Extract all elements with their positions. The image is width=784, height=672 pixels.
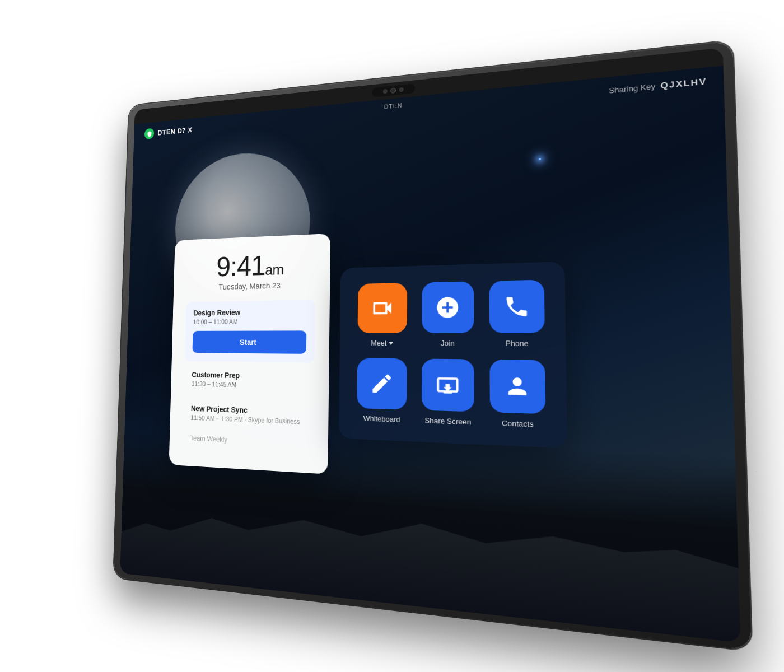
- app-item-whiteboard[interactable]: Whiteboard: [354, 358, 409, 424]
- start-button[interactable]: Start: [192, 330, 306, 353]
- join-label: Join: [441, 339, 455, 347]
- main-content: 9:41am Tuesday, March 23 Design Review 1…: [166, 106, 696, 618]
- clock-digits: 9:41: [216, 249, 265, 282]
- event-item-customer-prep: Customer Prep 11:30 – 11:45 AM: [184, 363, 314, 398]
- event-item-new-project-sync: New Project Sync 11:50 AM – 1:30 PM · Sk…: [183, 396, 314, 433]
- event-title-customer-prep: Customer Prep: [192, 371, 306, 381]
- app-grid-panel: Meet Join: [339, 262, 567, 449]
- camera-dot-right: [399, 87, 404, 92]
- event-time-design-review: 10:00 – 11:00 AM: [193, 318, 307, 325]
- event-title-design-review: Design Review: [193, 307, 307, 317]
- screen: DTEN D7 X Sharing Key QJXLHV 9:41am: [120, 66, 740, 642]
- meet-dropdown-icon: [389, 342, 393, 344]
- app-item-share-screen[interactable]: Share Screen: [419, 359, 478, 427]
- whiteboard-label: Whiteboard: [363, 414, 400, 423]
- brand-name: DTEN D7 X: [157, 126, 192, 137]
- meet-icon-bg: [358, 283, 408, 333]
- shield-icon: [144, 128, 155, 140]
- clock-ampm: am: [265, 262, 283, 278]
- meet-label: Meet: [371, 339, 393, 347]
- app-item-contacts[interactable]: Contacts: [487, 360, 549, 430]
- device-outer: DTEN D7 X Sharing Key QJXLHV 9:41am: [114, 40, 752, 650]
- sharing-key-value: QJXLHV: [660, 76, 707, 90]
- event-item-design-review: Design Review 10:00 – 11:00 AM Start: [185, 300, 315, 362]
- plus-circle-icon: [435, 295, 461, 320]
- contacts-icon: [503, 373, 531, 400]
- sharing-key-label: Sharing Key: [609, 82, 655, 95]
- device-wrapper: DTEN D7 X Sharing Key QJXLHV 9:41am: [84, 70, 700, 602]
- app-item-meet[interactable]: Meet: [355, 283, 410, 347]
- event-time-customer-prep: 11:30 – 11:45 AM: [192, 380, 306, 390]
- phone-label: Phone: [506, 339, 529, 348]
- device-bezel: DTEN D7 X Sharing Key QJXLHV 9:41am: [120, 48, 740, 642]
- sharing-key: Sharing Key QJXLHV: [609, 76, 707, 95]
- video-camera-icon: [370, 296, 394, 320]
- contacts-label: Contacts: [502, 419, 534, 429]
- share-screen-icon-bg: [422, 359, 474, 412]
- camera-dot-left: [383, 89, 388, 94]
- camera-lens-main: [390, 87, 396, 93]
- app-grid: Meet Join: [354, 279, 549, 429]
- camera-lens: [372, 83, 415, 97]
- event-item-team-weekly: Team Weekly: [183, 431, 314, 451]
- clock-section: 9:41am Tuesday, March 23: [186, 249, 316, 292]
- event-list: Design Review 10:00 – 11:00 AM Start Cus…: [183, 300, 315, 451]
- share-screen-icon: [435, 372, 461, 398]
- share-screen-label: Share Screen: [424, 416, 471, 427]
- pencil-icon: [370, 371, 394, 396]
- join-icon-bg: [422, 281, 474, 333]
- app-item-join[interactable]: Join: [419, 281, 477, 347]
- contacts-icon-bg: [489, 360, 545, 414]
- clock-date: Tuesday, March 23: [186, 280, 315, 292]
- clock-time: 9:41am: [186, 249, 316, 281]
- calendar-panel: 9:41am Tuesday, March 23 Design Review 1…: [169, 234, 331, 474]
- app-item-phone[interactable]: Phone: [486, 279, 548, 348]
- whiteboard-icon-bg: [357, 358, 407, 409]
- phone-icon: [503, 293, 530, 320]
- phone-icon-bg: [489, 280, 545, 333]
